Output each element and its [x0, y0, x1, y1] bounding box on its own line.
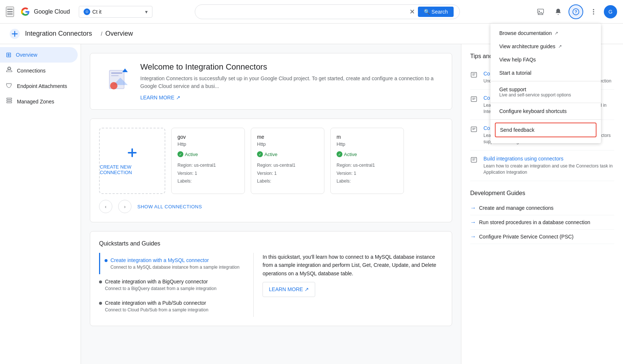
question-mark-icon: ?: [572, 8, 580, 15]
sidebar-label-endpoint: Endpoint Attachments: [17, 83, 67, 89]
status-label-2: Active: [344, 152, 357, 157]
welcome-title: Welcome to Integration Connectors: [140, 62, 440, 72]
quickstart-desc-1: Connect to a BigQuery dataset from a sam…: [105, 286, 217, 291]
dev-guide-arrow-2: →: [470, 233, 476, 240]
dev-guide-label-0: Create and manage connections: [479, 205, 553, 211]
labels-2: Labels:: [337, 177, 398, 185]
start-tutorial-label: Start a tutorial: [499, 70, 531, 76]
search-button[interactable]: 🔍 Search: [418, 7, 454, 17]
region-0: Region: us-central1: [177, 162, 239, 170]
quickstart-item-0[interactable]: Create integration with a MySQL connecto…: [99, 253, 244, 274]
project-selector[interactable]: ⊙ Ct it ▾: [79, 6, 152, 18]
get-support-item[interactable]: Get support Live and self-service suppor…: [490, 83, 601, 101]
tip-title-3[interactable]: Build integrations using connectors: [483, 156, 614, 162]
quickstart-bullet-1: Create integration with a BigQuery conne…: [99, 279, 244, 291]
tip-content-3: Build integrations using connectors Lear…: [483, 156, 614, 176]
sidebar-item-connections[interactable]: Connections: [0, 63, 78, 78]
quickstart-learn-more-btn[interactable]: LEARN MORE ↗: [263, 282, 315, 297]
configure-shortcuts-item[interactable]: Configure keyboard shortcuts: [490, 105, 601, 118]
search-label: Search: [432, 9, 448, 15]
managed-zones-icon: [6, 97, 13, 106]
sidebar-item-endpoint-attachments[interactable]: 🛡 Endpoint Attachments: [0, 78, 78, 93]
dev-guide-item-0[interactable]: → Create and manage connections: [470, 201, 614, 215]
google-cloud-logo: Google Cloud: [20, 7, 70, 16]
get-support-label: Get support: [499, 86, 571, 92]
cloud-shell-icon: [537, 8, 544, 15]
dev-guides-title: Development Guides: [470, 190, 614, 197]
svg-point-3: [593, 9, 594, 10]
configure-shortcuts-label: Configure keyboard shortcuts: [499, 108, 567, 114]
connections-grid: CREATE NEW CONNECTION gov Http ✓ Active …: [99, 128, 443, 194]
svg-rect-8: [7, 98, 12, 99]
status-dot-1: ✓: [257, 151, 263, 157]
show-all-connections-link[interactable]: SHOW ALL CONNECTIONS: [137, 204, 202, 209]
tip-desc-3: Learn how to create an integration and u…: [483, 163, 614, 176]
tip-icon-3: [470, 156, 479, 165]
bell-icon: [555, 8, 562, 15]
welcome-card: Welcome to Integration Connectors Integr…: [90, 53, 452, 110]
quickstarts-list: Create integration with a MySQL connecto…: [99, 253, 254, 317]
screen-share-btn[interactable]: [533, 4, 548, 19]
dev-guide-item-2[interactable]: → Configure Private Service Connect (PSC…: [470, 230, 614, 244]
breadcrumb-separator: /: [101, 31, 102, 37]
project-dropdown-arrow: ▾: [145, 9, 148, 15]
more-options-btn[interactable]: [586, 4, 601, 19]
svg-point-7: [8, 67, 10, 70]
status-badge-1: ✓ Active: [257, 151, 318, 157]
sidebar: ⊞ Overview Connections 🛡 Endpoint Attach…: [0, 44, 81, 364]
svg-point-4: [593, 11, 594, 12]
notifications-btn[interactable]: [551, 4, 566, 19]
svg-rect-18: [128, 152, 137, 153]
hamburger-menu[interactable]: ☰: [6, 7, 14, 17]
browse-documentation-item[interactable]: Browse documentation ↗: [490, 26, 601, 40]
quickstart-ext-icon: ↗: [305, 285, 309, 293]
connection-card-0[interactable]: gov Http ✓ Active Region: us-central1 Ve…: [171, 128, 245, 194]
user-avatar[interactable]: G: [604, 5, 617, 18]
labels-1: Labels:: [257, 177, 318, 185]
svg-rect-28: [471, 157, 477, 162]
browse-docs-label: Browse documentation: [499, 30, 552, 36]
create-new-connection-card[interactable]: CREATE NEW CONNECTION: [99, 128, 165, 194]
connection-card-1[interactable]: me Http ✓ Active Region: us-central1 Ver…: [251, 128, 324, 194]
dev-guide-item-1[interactable]: → Run stored procedures in a database co…: [470, 215, 614, 230]
learn-more-link[interactable]: LEARN MORE ↗: [140, 95, 180, 100]
view-architecture-item[interactable]: View architecture guides ↗: [490, 40, 601, 53]
svg-rect-19: [471, 73, 477, 77]
search-clear-btn[interactable]: ✕: [409, 8, 415, 16]
connection-name-1: me: [257, 134, 318, 140]
quickstarts-section: Quickstarts and Guides Create integratio…: [90, 231, 452, 326]
connection-type-0: Http: [177, 141, 239, 147]
svg-point-15: [110, 82, 117, 89]
learn-more-label: LEARN MORE: [140, 95, 175, 100]
service-icon: [9, 28, 21, 40]
sidebar-item-overview[interactable]: ⊞ Overview: [0, 47, 78, 63]
more-vert-icon: [590, 8, 597, 15]
carousel-next-btn[interactable]: ›: [118, 200, 131, 213]
search-input[interactable]: [201, 9, 409, 15]
quickstarts-title: Quickstarts and Guides: [99, 240, 443, 247]
quickstart-detail-text: In this quickstart, you'll learn how to …: [263, 253, 443, 278]
tip-icon-0: [470, 71, 479, 80]
quickstart-item-1[interactable]: Create integration with a BigQuery conne…: [99, 274, 244, 296]
svg-rect-9: [7, 100, 12, 101]
bullet-2: [99, 302, 102, 305]
project-name: Ct it: [92, 9, 102, 15]
view-faqs-item[interactable]: View help FAQs: [490, 53, 601, 66]
start-tutorial-item[interactable]: Start a tutorial: [490, 66, 601, 79]
sidebar-item-managed-zones[interactable]: Managed Zones: [0, 93, 78, 109]
sidebar-label-managed-zones: Managed Zones: [17, 99, 54, 105]
quickstart-detail: In this quickstart, you'll learn how to …: [254, 253, 443, 317]
help-btn[interactable]: ?: [569, 4, 583, 19]
search-icon: 🔍: [424, 9, 430, 15]
connection-name-0: gov: [177, 134, 239, 140]
svg-rect-12: [111, 73, 122, 74]
carousel-prev-btn[interactable]: ‹: [99, 200, 112, 213]
connection-card-2[interactable]: m Http ✓ Active Region: us-central1 Vers…: [330, 128, 404, 194]
status-label-0: Active: [185, 152, 198, 157]
help-dropdown: Browse documentation ↗ View architecture…: [490, 24, 601, 143]
send-feedback-item[interactable]: Send feedback: [495, 123, 596, 137]
quickstart-item-2[interactable]: Create integration with a Pub/Sub connec…: [99, 296, 244, 317]
welcome-description: Integration Connectors is successfully s…: [140, 75, 440, 90]
status-badge-0: ✓ Active: [177, 151, 239, 157]
project-icon: ⊙: [84, 8, 90, 15]
